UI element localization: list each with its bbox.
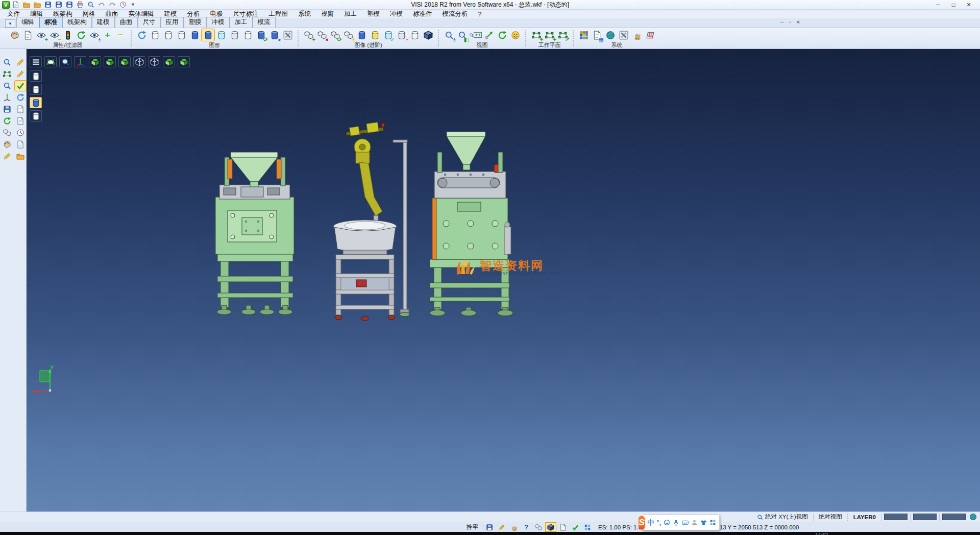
snap-lock-label[interactable]: 拴牢 xyxy=(462,523,483,531)
view-left-icon[interactable] xyxy=(163,56,175,67)
tab-flow[interactable]: 模流 xyxy=(253,17,276,28)
color-settings-icon[interactable] xyxy=(577,29,590,41)
zoom-window-icon[interactable] xyxy=(2,57,13,67)
view-bottom-icon[interactable] xyxy=(104,56,116,67)
fit-view-icon[interactable] xyxy=(44,56,57,67)
print-button[interactable] xyxy=(76,1,85,9)
machine-left-press[interactable] xyxy=(215,152,294,315)
zoom-in-out-icon[interactable]: ± xyxy=(443,29,455,41)
save-button[interactable] xyxy=(43,1,53,9)
palette-icon[interactable] xyxy=(2,139,13,150)
zoom-dynamic-icon[interactable] xyxy=(2,81,13,91)
tab-dimension[interactable]: 尺寸 xyxy=(138,17,161,28)
solid-properties-icon[interactable]: ▪ xyxy=(395,29,408,41)
view-right-icon[interactable] xyxy=(178,56,190,67)
tab-application[interactable]: 应用 xyxy=(161,17,184,28)
menu-help[interactable]: ? xyxy=(473,10,487,18)
fit-plane-icon[interactable] xyxy=(2,69,13,79)
copy-shading-icon[interactable]: ▸ xyxy=(268,29,281,41)
view-iso-icon[interactable] xyxy=(89,56,101,67)
ime-punctuation-toggle[interactable]: °, xyxy=(656,519,661,526)
ime-emoji-icon[interactable] xyxy=(664,519,670,526)
status-box-1[interactable] xyxy=(884,514,908,520)
save-all-button[interactable] xyxy=(65,1,74,9)
zoom-selected-icon[interactable]: ◧ xyxy=(456,29,469,41)
close-button[interactable]: ✕ xyxy=(965,2,973,8)
solid-section-mode-icon[interactable] xyxy=(369,29,381,41)
tab-mould[interactable]: 塑膜 xyxy=(184,17,207,28)
hide-entities-icon[interactable]: − xyxy=(48,29,61,41)
pan-view-icon[interactable] xyxy=(482,29,495,41)
context-help-icon[interactable]: ? xyxy=(521,523,531,531)
confirm-selection-icon[interactable] xyxy=(15,81,26,91)
recent-history-button[interactable] xyxy=(118,1,128,9)
sheet-mode-icon[interactable] xyxy=(558,523,568,531)
viewport-zoom-icon[interactable] xyxy=(59,56,71,67)
show-all-icon[interactable]: + xyxy=(101,29,114,41)
qat-more-dropdown[interactable]: ▼ xyxy=(129,2,137,7)
ghost-display-icon[interactable] xyxy=(228,29,241,41)
toggle-solids-icon[interactable]: ± xyxy=(342,29,355,41)
system-options-icon[interactable] xyxy=(604,29,617,41)
status-box-3[interactable] xyxy=(942,514,966,520)
history-icon[interactable] xyxy=(15,128,26,138)
wireframe-display-icon[interactable] xyxy=(149,29,161,41)
solid-shade-mode-icon[interactable] xyxy=(355,29,368,41)
menu-progress[interactable]: 冲模 xyxy=(385,9,408,19)
tab-list-dropdown[interactable]: ▼ xyxy=(5,19,15,28)
menu-machining[interactable]: 加工 xyxy=(339,9,362,19)
ime-skin-icon[interactable] xyxy=(700,519,707,526)
zoom-one-to-one-icon[interactable]: 1:1 xyxy=(469,29,482,41)
show-entities-icon[interactable]: + xyxy=(35,29,47,41)
sketch-arc-icon[interactable] xyxy=(15,69,26,79)
sheet-icon[interactable] xyxy=(15,104,26,114)
view-orientation-icon[interactable] xyxy=(509,29,522,41)
mdi-close-button[interactable]: ✕ xyxy=(796,19,800,25)
sogou-logo-icon[interactable]: S xyxy=(639,516,645,529)
minimize-button[interactable]: ─ xyxy=(934,2,942,8)
render-wireframe-icon[interactable] xyxy=(30,70,42,82)
import-file-button[interactable] xyxy=(33,1,42,9)
clipboard-icon[interactable] xyxy=(15,116,26,126)
orbit-rotate-icon[interactable] xyxy=(15,92,26,103)
windows-taskbar-edge[interactable]: 14:52 xyxy=(0,532,980,535)
status-box-2[interactable] xyxy=(913,514,937,520)
assembly-3d-model[interactable] xyxy=(205,120,517,335)
new-workplane-icon[interactable]: + xyxy=(543,29,556,41)
grab-hand-icon[interactable] xyxy=(509,523,519,531)
new-file-button[interactable] xyxy=(11,1,20,9)
box-select-icon[interactable] xyxy=(2,128,13,138)
ime-toolbox-icon[interactable] xyxy=(709,519,716,526)
ime-account-icon[interactable] xyxy=(691,519,698,526)
save-as-button[interactable] xyxy=(54,1,63,9)
tab-standard[interactable]: 标准 xyxy=(39,17,62,28)
grid-settings-icon[interactable] xyxy=(644,29,656,41)
menu-system[interactable]: 系统 xyxy=(293,9,316,19)
regen-graphics-icon[interactable] xyxy=(135,29,148,41)
view-wireframe-a-icon[interactable] xyxy=(133,56,145,67)
graphics-settings-icon[interactable] xyxy=(281,29,294,41)
toggle-visibility-icon[interactable]: ± xyxy=(88,29,101,41)
solid-wireframe-icon[interactable] xyxy=(408,29,421,41)
view-mode-field[interactable]: 绝对视图 xyxy=(814,513,847,521)
selection-options-icon[interactable] xyxy=(630,29,643,41)
delete-sketch-icon[interactable] xyxy=(15,57,26,67)
workplane-axis-icon[interactable]: ⌖ xyxy=(530,29,543,41)
dashed-hidden-display-icon[interactable] xyxy=(175,29,188,41)
properties-palette-icon[interactable] xyxy=(8,29,21,41)
menu-window[interactable]: 视窗 xyxy=(316,9,339,19)
machine-right-press[interactable] xyxy=(430,132,513,316)
machine-middle-robot-station[interactable] xyxy=(333,121,410,321)
notebook-icon[interactable] xyxy=(2,104,13,114)
export-icon[interactable] xyxy=(15,151,26,161)
edit-wand-icon[interactable] xyxy=(497,523,507,531)
workplane-mode-icon[interactable] xyxy=(546,523,556,531)
window-layout-icon[interactable] xyxy=(582,523,593,531)
current-view-field[interactable]: 绝对 XY(上)视图 xyxy=(752,513,813,521)
viewport-menu-icon[interactable] xyxy=(30,56,42,67)
axis-triad-icon[interactable] xyxy=(2,92,13,103)
image-settings-icon[interactable]: ▦ xyxy=(591,29,603,41)
view-top-icon[interactable] xyxy=(118,56,131,67)
ime-language-toggle[interactable]: 中 xyxy=(647,518,654,527)
refresh-visibility-icon[interactable] xyxy=(75,29,87,41)
